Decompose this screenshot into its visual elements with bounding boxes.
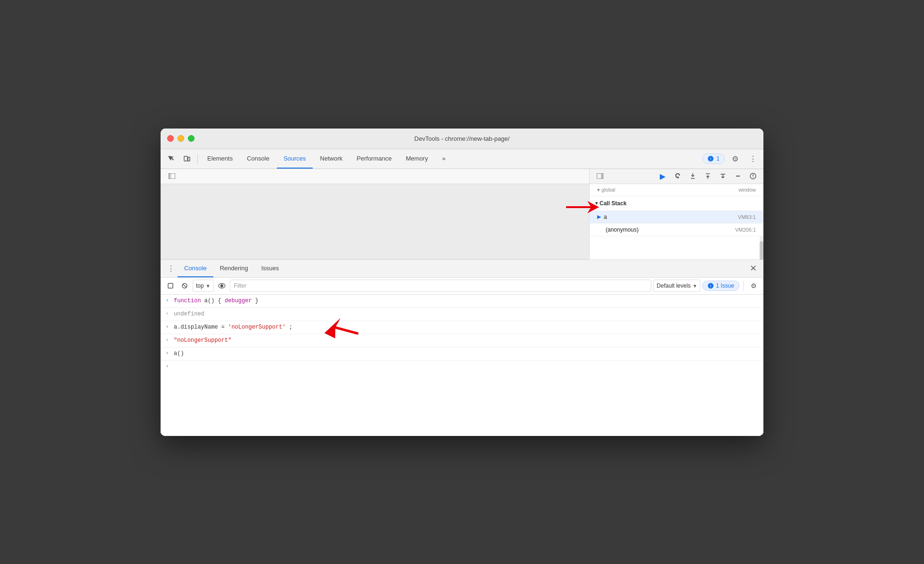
console-line-content-2: undefined [174, 310, 760, 318]
console-tab-rendering[interactable]: Rendering [213, 259, 255, 277]
console-input[interactable] [174, 363, 760, 372]
inspect-icon[interactable] [163, 151, 178, 166]
console-block-btn[interactable] [178, 280, 191, 292]
tab-console[interactable]: Console [240, 149, 276, 169]
svg-rect-7 [601, 173, 603, 179]
console-line-1: › function a() { debugger } [161, 295, 763, 308]
devtools-body: Elements Console Sources Network Perform… [161, 149, 763, 436]
console-line-3: › a.displayName = 'noLongerSupport' ; [161, 321, 763, 334]
toolbar-divider-1 [197, 153, 198, 164]
console-prompt[interactable]: › [161, 361, 763, 374]
tab-more[interactable]: » [436, 149, 452, 169]
call-stack-row-anon[interactable]: (anonymous) VM206:1 [590, 224, 763, 236]
tab-sources[interactable]: Sources [277, 149, 313, 169]
toolbar-right: ! 1 ⚙ ⋮ [702, 151, 761, 166]
settings-icon[interactable]: ⚙ [728, 151, 743, 166]
sources-main: ▶ [161, 169, 763, 259]
console-tab-console[interactable]: Console [178, 259, 213, 277]
call-stack-row-a[interactable]: ▶ a VM83:1 [590, 211, 763, 224]
traffic-lights [167, 135, 195, 142]
console-tabs-bar: ⋮ Console Rendering Issues ✕ [161, 260, 763, 278]
input-arrow-3: › [161, 323, 174, 330]
scrollbar-track [760, 236, 763, 259]
console-line-content-5: a() [174, 349, 760, 358]
console-line-4: ‹ "noLongerSupport" [161, 334, 763, 347]
svg-line-12 [183, 284, 186, 288]
console-close-btn[interactable]: ✕ [746, 262, 760, 275]
active-frame-arrow: ▶ [597, 214, 601, 220]
pause-exceptions-btn[interactable] [746, 169, 760, 183]
context-selector[interactable]: top ▼ [193, 280, 214, 292]
step-btn[interactable] [716, 169, 729, 183]
svg-rect-10 [168, 283, 173, 288]
close-button[interactable] [167, 135, 174, 142]
console-line-2: ‹ undefined [161, 308, 763, 321]
tab-elements[interactable]: Elements [201, 149, 239, 169]
tab-performance[interactable]: Performance [350, 149, 398, 169]
debug-toolbar: ▶ [590, 169, 763, 184]
output-arrow-2: ‹ [161, 310, 174, 316]
global-row: ▾ global window [590, 184, 763, 196]
debugger-scrollable [590, 236, 763, 259]
console-tab-issues[interactable]: Issues [255, 259, 286, 277]
console-filter-input[interactable] [230, 280, 652, 292]
console-line-5: › a() [161, 347, 763, 361]
sources-top-toolbar [161, 169, 589, 184]
resume-btn[interactable]: ▶ [656, 169, 669, 183]
call-stack-header[interactable]: ▾ Call Stack [590, 196, 763, 211]
console-settings-btn[interactable]: ⚙ [747, 280, 760, 292]
window-title: DevTools - chrome://new-tab-page/ [414, 135, 510, 142]
customize-icon[interactable]: ⋮ [746, 151, 761, 166]
tab-network[interactable]: Network [314, 149, 349, 169]
input-arrow-1: › [161, 297, 174, 303]
step-out-btn[interactable] [701, 169, 714, 183]
console-menu-dots[interactable]: ⋮ [164, 262, 178, 275]
svg-rect-0 [184, 156, 187, 161]
console-panel: ⋮ Console Rendering Issues ✕ [161, 259, 763, 436]
devtools-toolbar: Elements Console Sources Network Perform… [161, 149, 763, 169]
console-output: › function a() { debugger } ‹ undefined … [161, 295, 763, 436]
svg-text:!: ! [710, 157, 712, 161]
show-navigator-btn[interactable] [593, 169, 607, 183]
console-issues-btn[interactable]: ! 1 Issue [702, 281, 739, 291]
console-eye-btn[interactable] [216, 280, 228, 292]
maximize-button[interactable] [188, 135, 195, 142]
scrollbar-thumb[interactable] [760, 241, 763, 260]
issues-badge[interactable]: ! 1 [702, 153, 725, 164]
console-clear-btn[interactable] [164, 280, 177, 292]
step-into-btn[interactable] [686, 169, 699, 183]
console-toolbar: top ▼ Default levels ▼ ! 1 Issue [161, 278, 763, 295]
editor-area [161, 184, 589, 259]
console-line-content-4: "noLongerSupport" [174, 336, 760, 345]
title-bar: DevTools - chrome://new-tab-page/ [161, 129, 763, 149]
svg-rect-5 [169, 173, 171, 179]
call-stack-section: ▾ Call Stack [590, 196, 763, 211]
minimize-button[interactable] [178, 135, 184, 142]
svg-rect-1 [188, 157, 190, 161]
output-arrow-4: ‹ [161, 336, 174, 343]
prompt-arrow: › [161, 363, 174, 369]
input-arrow-5: › [161, 349, 174, 356]
tab-memory[interactable]: Memory [399, 149, 435, 169]
console-line-content-3: a.displayName = 'noLongerSupport' ; [174, 323, 760, 331]
deactivate-breakpoints-btn[interactable] [731, 169, 745, 183]
step-over-btn[interactable] [671, 169, 684, 183]
svg-text:!: ! [710, 284, 712, 289]
default-levels-selector[interactable]: Default levels ▼ [653, 280, 700, 292]
devtools-window: DevTools - chrome://new-tab-page/ Elemen… [161, 129, 763, 436]
show-navigator-icon[interactable] [164, 169, 179, 184]
console-line-content-1: function a() { debugger } [174, 297, 760, 305]
console-toolbar-divider [743, 281, 744, 291]
device-mode-icon[interactable] [179, 151, 195, 166]
debugger-panel: ▶ [589, 169, 763, 259]
sources-panel [161, 169, 589, 259]
svg-point-14 [220, 285, 223, 287]
